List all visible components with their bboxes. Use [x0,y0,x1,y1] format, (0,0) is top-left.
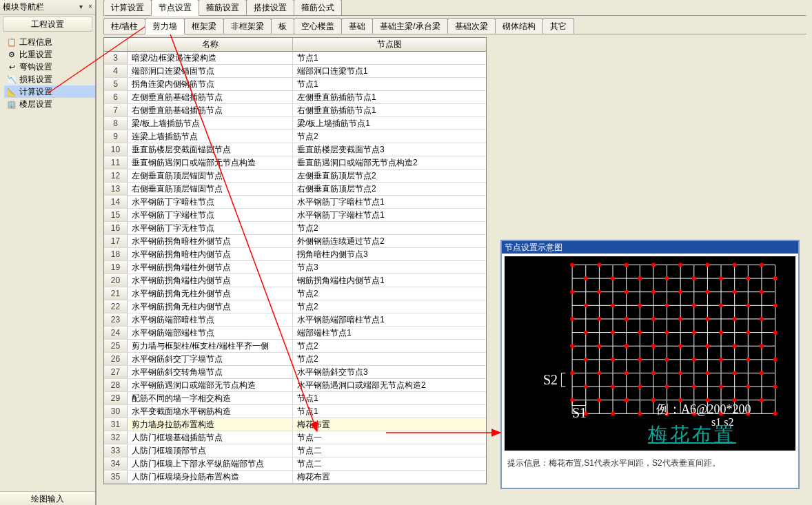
row-value[interactable]: 梁/板上墙插筋节点1 [293,117,486,130]
table-row[interactable]: 21水平钢筋拐角无柱外侧节点节点2 [104,287,486,300]
row-value[interactable]: 节点1 [293,405,486,418]
row-value[interactable]: 垂直筋遇洞口或端部无节点构造2 [293,156,486,169]
row-value[interactable]: 梅花布置 [293,418,486,431]
table-row[interactable]: 8梁/板上墙插筋节点梁/板上墙插筋节点1 [104,117,486,130]
table-row[interactable]: 33人防门框墙顶部节点节点二 [104,444,486,457]
table-row[interactable]: 31剪力墙身拉筋布置构造梅花布置 [104,418,486,431]
table-row[interactable]: 18水平钢筋拐角暗柱内侧节点拐角暗柱内侧节点3 [104,248,486,261]
col-header-number[interactable] [104,38,128,51]
component-tab-6[interactable]: 基础 [341,18,373,34]
table-row[interactable]: 4端部洞口连梁锚固节点端部洞口连梁节点1 [104,65,486,78]
table-row[interactable]: 32人防门框墙基础插筋节点节点一 [104,431,486,444]
table-row[interactable]: 25剪力墙与框架柱/框支柱/端柱平齐一侧节点2 [104,340,486,353]
component-tab-5[interactable]: 空心楼盖 [294,18,342,34]
col-header-value[interactable]: 节点图 [293,38,486,51]
row-value[interactable]: 节点二 [293,457,486,470]
pin-icon[interactable]: ▾ [76,3,85,12]
table-row[interactable]: 17水平钢筋拐角暗柱外侧节点外侧钢筋连续通过节点2 [104,235,486,248]
row-name: 水平钢筋丁字暗柱节点 [128,196,293,208]
table-row[interactable]: 7右侧垂直筋基础插筋节点右侧垂直筋插筋节点1 [104,104,486,117]
component-tab-8[interactable]: 基础次梁 [447,18,496,34]
settings-tab-1[interactable]: 节点设置 [151,0,199,16]
row-value[interactable]: 节点3 [293,261,486,274]
row-value[interactable]: 垂直筋楼层变截面节点3 [293,143,486,156]
close-icon[interactable]: × [85,3,95,12]
table-row[interactable]: 13右侧垂直筋顶层锚固节点右侧垂直筋顶层节点2 [104,183,486,196]
settings-tab-4[interactable]: 箍筋公式 [294,0,342,15]
table-row[interactable]: 35人防门框墙墙身拉筋布置构造梅花布置 [104,471,486,484]
table-row[interactable]: 24水平钢筋端部端柱节点端部端柱节点1 [104,327,486,340]
row-value[interactable]: 水平钢筋丁字暗柱节点1 [293,196,486,208]
component-tab-10[interactable]: 其它 [542,18,574,34]
settings-tabbar: 计算设置节点设置箍筋设置搭接设置箍筋公式 [98,0,812,15]
nav-footer-button[interactable]: 绘图输入 [0,491,95,505]
row-number: 7 [104,104,128,116]
component-tab-7[interactable]: 基础主梁/承台梁 [372,18,447,34]
row-value[interactable]: 节点1 [293,392,486,404]
row-value[interactable]: 右侧垂直筋顶层节点2 [293,183,486,195]
row-value[interactable]: 端部洞口连梁节点1 [293,65,486,77]
row-value[interactable]: 水平钢筋端部暗柱节点1 [293,313,486,326]
row-value[interactable]: 节点2 [293,300,486,313]
row-value[interactable]: 节点2 [293,287,486,300]
table-row[interactable]: 22水平钢筋拐角无柱内侧节点节点2 [104,300,486,313]
component-tab-4[interactable]: 板 [271,18,294,34]
table-row[interactable]: 14水平钢筋丁字暗柱节点水平钢筋丁字暗柱节点1 [104,196,486,209]
table-row[interactable]: 34人防门框墙上下部水平纵筋端部节点节点二 [104,457,486,471]
row-value[interactable]: 右侧垂直筋插筋节点1 [293,104,486,116]
component-tab-1[interactable]: 剪力墙 [145,18,185,34]
row-value[interactable]: 节点2 [293,340,486,352]
component-tab-3[interactable]: 非框架梁 [223,18,272,34]
table-row[interactable]: 5拐角连梁内侧钢筋节点节点1 [104,78,486,91]
row-value[interactable]: 水平钢筋丁字端柱节点1 [293,209,486,221]
nav-item-0[interactable]: 📋工程信息 [4,36,95,48]
component-tab-9[interactable]: 砌体结构 [495,18,543,34]
row-value[interactable]: 外侧钢筋连续通过节点2 [293,235,486,247]
row-value[interactable]: 节点2 [293,353,486,365]
table-row[interactable]: 3暗梁/边框梁遇连梁构造节点1 [104,52,486,65]
col-header-name[interactable]: 名称 [128,38,293,51]
table-row[interactable]: 12左侧垂直筋顶层锚固节点左侧垂直筋顶层节点2 [104,169,486,183]
row-value[interactable]: 钢筋拐角端柱内侧节点1 [293,274,486,287]
row-value[interactable]: 节点二 [293,444,486,457]
row-value[interactable]: 节点1 [293,78,486,90]
nav-item-1[interactable]: ⚙比重设置 [4,48,95,61]
table-row[interactable]: 10垂直筋楼层变截面锚固节点垂直筋楼层变截面节点3 [104,143,486,156]
table-row[interactable]: 9连梁上墙插筋节点节点2 [104,130,486,143]
row-value[interactable]: 节点1 [293,52,486,64]
table-row[interactable]: 20水平钢筋拐角端柱内侧节点钢筋拐角端柱内侧节点1 [104,274,486,287]
project-settings-button[interactable]: 工程设置 [3,17,92,32]
table-row[interactable]: 30水平变截面墙水平钢筋构造节点1 [104,405,486,418]
table-row[interactable]: 23水平钢筋端部暗柱节点水平钢筋端部暗柱节点1 [104,313,486,327]
row-value[interactable]: 拐角暗柱内侧节点3 [293,248,486,260]
row-value[interactable]: 梅花布置 [293,471,486,483]
nav-tree: 📋工程信息⚙比重设置↩弯钩设置📉损耗设置📐计算设置🏢楼层设置 [0,33,95,110]
settings-tab-3[interactable]: 搭接设置 [246,0,294,15]
settings-tab-0[interactable]: 计算设置 [103,0,152,15]
row-value[interactable]: 左侧垂直筋插筋节点1 [293,91,486,103]
node-grid: 名称 节点图 3暗梁/边框梁遇连梁构造节点14端部洞口连梁锚固节点端部洞口连梁节… [103,37,487,484]
table-row[interactable]: 26水平钢筋斜交丁字墙节点节点2 [104,353,486,366]
row-value[interactable]: 左侧垂直筋顶层节点2 [293,169,486,182]
nav-item-2[interactable]: ↩弯钩设置 [4,61,95,73]
table-row[interactable]: 19水平钢筋拐角端柱外侧节点节点3 [104,261,486,274]
nav-item-5[interactable]: 🏢楼层设置 [4,98,95,110]
table-row[interactable]: 15水平钢筋丁字端柱节点水平钢筋丁字端柱节点1 [104,209,486,222]
table-row[interactable]: 28水平钢筋遇洞口或端部无节点构造水平钢筋遇洞口或端部无节点构造2 [104,379,486,392]
row-value[interactable]: 水平钢筋斜交节点3 [293,366,486,378]
component-tab-2[interactable]: 框架梁 [184,18,224,34]
row-value[interactable]: 节点2 [293,222,486,234]
row-value[interactable]: 端部端柱节点1 [293,327,486,339]
component-tab-0[interactable]: 柱/墙柱 [103,18,145,34]
nav-item-3[interactable]: 📉损耗设置 [4,73,95,85]
table-row[interactable]: 6左侧垂直筋基础插筋节点左侧垂直筋插筋节点1 [104,91,486,104]
row-value[interactable]: 节点一 [293,431,486,444]
settings-tab-2[interactable]: 箍筋设置 [199,0,247,15]
table-row[interactable]: 27水平钢筋斜交转角墙节点水平钢筋斜交节点3 [104,366,486,379]
row-value[interactable]: 节点2 [293,130,486,143]
table-row[interactable]: 29配筋不同的墙一字相交构造节点1 [104,392,486,405]
table-row[interactable]: 16水平钢筋丁字无柱节点节点2 [104,222,486,235]
table-row[interactable]: 11垂直钢筋遇洞口或端部无节点构造垂直筋遇洞口或端部无节点构造2 [104,156,486,169]
row-value[interactable]: 水平钢筋遇洞口或端部无节点构造2 [293,379,486,391]
nav-item-4[interactable]: 📐计算设置 [4,85,95,98]
